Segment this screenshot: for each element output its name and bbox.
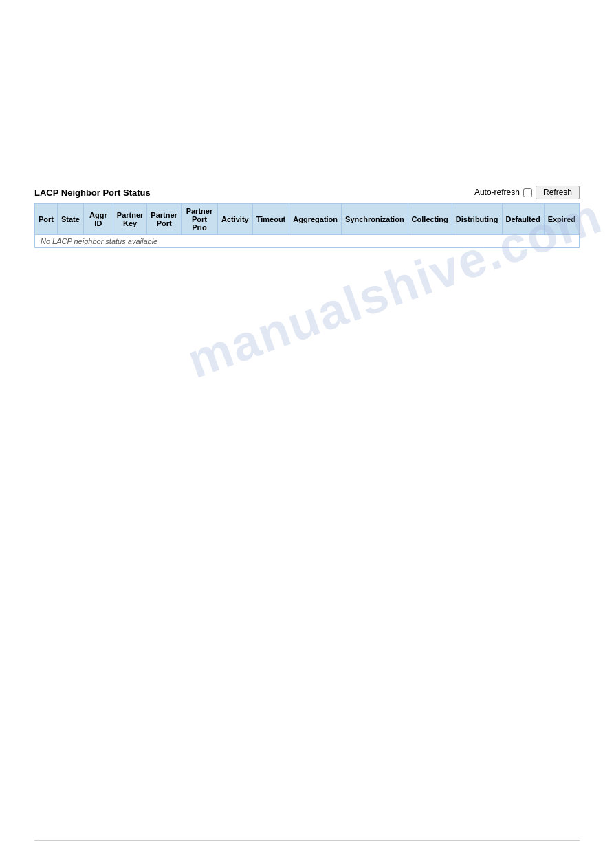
col-partner-port: PartnerPort — [147, 204, 182, 235]
col-defaulted: Defaulted — [502, 204, 544, 235]
page-title: LACP Neighbor Port Status — [34, 188, 151, 198]
table-empty-row: No LACP neighbor status available — [35, 235, 580, 248]
auto-refresh-checkbox[interactable] — [523, 188, 532, 197]
col-partner-port-prio: PartnerPort Prio — [181, 204, 217, 235]
col-timeout: Timeout — [252, 204, 289, 235]
section-header: LACP Neighbor Port Status Auto-refresh R… — [34, 186, 580, 199]
col-collecting: Collecting — [408, 204, 452, 235]
refresh-button[interactable]: Refresh — [536, 186, 580, 199]
lacp-neighbor-status-table: Port State Aggr ID PartnerKey PartnerPor… — [34, 203, 580, 248]
col-port: Port — [35, 204, 58, 235]
col-state: State — [58, 204, 84, 235]
col-activity: Activity — [217, 204, 252, 235]
auto-refresh-label: Auto-refresh — [474, 188, 520, 197]
col-aggr-id: Aggr ID — [83, 204, 113, 235]
auto-refresh-area: Auto-refresh Refresh — [474, 186, 580, 199]
col-synchronization: Synchronization — [342, 204, 408, 235]
col-expired: Expired — [544, 204, 579, 235]
col-distributing: Distributing — [452, 204, 502, 235]
table-header-row: Port State Aggr ID PartnerKey PartnerPor… — [35, 204, 580, 235]
empty-message: No LACP neighbor status available — [35, 235, 580, 248]
col-partner-key: PartnerKey — [113, 204, 147, 235]
col-aggregation: Aggregation — [289, 204, 342, 235]
footer-divider — [34, 840, 580, 841]
